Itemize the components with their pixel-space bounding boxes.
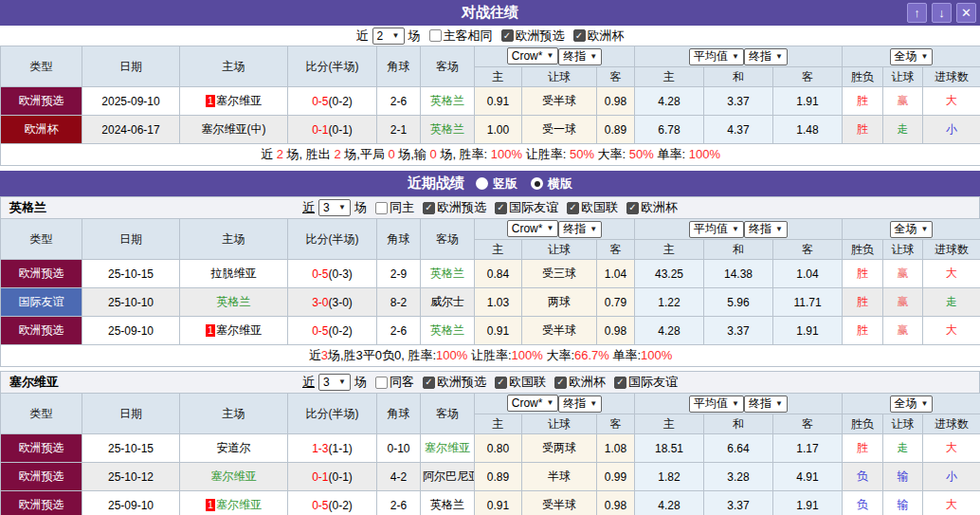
summary-segment: 0 — [430, 147, 437, 161]
match-type-cell: 欧洲杯 — [1, 116, 82, 144]
checkbox-label: 欧国联 — [509, 374, 546, 391]
dropdown-终指[interactable]: 终指▼ — [744, 221, 788, 238]
odds-cell: 0.98 — [597, 317, 635, 345]
dropdown-全场[interactable]: 全场▼ — [890, 48, 934, 65]
avg-odds-cell: 6.78 — [635, 116, 704, 144]
match-count-select[interactable]: 2▼ — [372, 28, 405, 45]
date-cell: 2024-06-17 — [82, 116, 180, 144]
radio-横版[interactable]: 横版 — [531, 175, 572, 193]
recent-sections: 英格兰近3▼场同主✓欧洲预选✓国际友谊✓欧国联✓欧洲杯类型日期主场比分(半场)角… — [0, 196, 980, 515]
chevron-down-icon: ▼ — [546, 52, 554, 60]
radio-unselected-icon — [476, 177, 488, 190]
checkbox-欧洲预选[interactable]: ✓欧洲预选 — [423, 374, 486, 391]
dropdown-全场[interactable]: 全场▼ — [890, 221, 934, 238]
away-team-cell: 英格兰 — [421, 116, 475, 144]
checkbox-欧洲杯[interactable]: ✓欧洲杯 — [573, 28, 625, 45]
checkbox-欧洲预选[interactable]: ✓欧洲预选 — [501, 28, 565, 45]
corner-cell: 2-6 — [377, 87, 421, 116]
checkbox-label: 欧洲杯 — [641, 199, 678, 216]
checkbox-label: 欧洲预选 — [437, 199, 486, 216]
window-controls: ↑↓✕ — [907, 3, 976, 23]
avg-odds-cell: 1.91 — [773, 317, 843, 345]
rank-badge: 1 — [206, 499, 215, 511]
checkbox-欧国联[interactable]: ✓欧国联 — [567, 199, 618, 216]
dropdown-终指[interactable]: 终指▼ — [744, 395, 788, 413]
scroll-up-button[interactable]: ↑ — [907, 3, 927, 23]
chevron-down-icon: ▼ — [590, 400, 597, 408]
header-row-groups: 类型日期主场比分(半场)角球客场Crow*▼终指▼平均值▼终指▼全场▼ — [1, 219, 980, 240]
date-cell: 25-10-10 — [82, 288, 180, 317]
dropdown-平均值[interactable]: 平均值▼ — [689, 395, 744, 413]
dropdown-value: 终指 — [749, 221, 771, 237]
checkbox-欧洲杯[interactable]: ✓欧洲杯 — [626, 199, 678, 216]
sub-column-header: 让球 — [522, 240, 597, 260]
match-type-cell: 欧洲预选 — [1, 491, 82, 515]
checkbox-同主[interactable]: 同主 — [375, 199, 414, 216]
odds-source-header: Crow*▼终指▼ — [475, 219, 635, 240]
date-cell: 25-10-12 — [82, 463, 180, 491]
checkbox-checked-icon: ✓ — [423, 202, 435, 214]
halftime-score: (0-2) — [329, 499, 353, 512]
odds-cell: 0.91 — [475, 87, 522, 116]
dropdown-value: Crow* — [512, 396, 543, 410]
sub-column-header: 进球数 — [923, 67, 980, 87]
dropdown-终指[interactable]: 终指▼ — [558, 48, 602, 65]
summary-segment: 100% — [436, 348, 467, 362]
checkbox-国际友谊[interactable]: ✓国际友谊 — [614, 374, 678, 391]
dropdown-平均值[interactable]: 平均值▼ — [689, 48, 744, 65]
avg-odds-cell: 1.17 — [773, 434, 843, 463]
dropdown-终指[interactable]: 终指▼ — [744, 48, 788, 65]
outcome-cell: 小 — [923, 116, 980, 144]
sub-column-header: 客 — [597, 67, 635, 87]
summary-row: 近 2 场, 胜出 2 场,平局 0 场,输 0 场, 胜率: 100% 让胜率… — [1, 144, 980, 166]
dropdown-value: 终指 — [563, 48, 586, 64]
fulltime-score: 0-5 — [312, 324, 328, 338]
odds-cell: 受两球 — [522, 434, 597, 463]
team-filter-controls: 近3▼场同客✓欧洲预选✓欧国联✓欧洲杯✓国际友谊 — [1, 374, 979, 391]
date-cell: 25-10-15 — [82, 434, 180, 463]
odds-cell: 受一球 — [522, 116, 597, 144]
dropdown-Crow*[interactable]: Crow*▼ — [507, 47, 559, 64]
odds-cell: 0.98 — [597, 87, 635, 116]
dropdown-终指[interactable]: 终指▼ — [558, 221, 602, 238]
dropdown-Crow*[interactable]: Crow*▼ — [507, 220, 559, 237]
avg-odds-cell: 14.38 — [704, 260, 773, 288]
column-header: 类型 — [1, 219, 82, 260]
match-count-select[interactable]: 3▼ — [318, 374, 351, 391]
checkbox-国际友谊[interactable]: ✓国际友谊 — [495, 199, 558, 216]
radio-竖版[interactable]: 竖版 — [476, 175, 517, 193]
recent-titlebar: 近期战绩 竖版横版 — [0, 171, 980, 196]
fulltime-score: 0-5 — [312, 267, 328, 281]
odds-cell: 受半球 — [522, 491, 597, 515]
checkbox-主客相同[interactable]: 主客相同 — [429, 28, 493, 45]
summary-segment: 近 — [309, 348, 321, 362]
scroll-down-button[interactable]: ↓ — [932, 3, 952, 23]
games-label: 场 — [408, 28, 421, 45]
chevron-down-icon: ▼ — [732, 53, 739, 61]
match-type-cell: 国际友谊 — [1, 288, 82, 317]
checkbox-欧国联[interactable]: ✓欧国联 — [495, 374, 546, 391]
table-row: 欧洲预选2025-09-101塞尔维亚0-5(0-2)2-6英格兰0.91受半球… — [1, 87, 980, 116]
outcome-cell: 输 — [883, 463, 923, 491]
checkbox-同客[interactable]: 同客 — [375, 374, 414, 391]
column-header: 比分(半场) — [288, 394, 377, 434]
dropdown-Crow*[interactable]: Crow*▼ — [507, 395, 559, 412]
match-type-cell: 欧洲预选 — [1, 260, 82, 288]
home-team-name: 安道尔 — [217, 441, 251, 454]
table-row: 欧洲预选25-10-12塞尔维亚0-1(0-1)4-2阿尔巴尼亚0.89半球0.… — [1, 463, 980, 491]
column-header: 主场 — [180, 46, 288, 87]
close-button[interactable]: ✕ — [956, 3, 976, 23]
near-label[interactable]: 近 — [302, 374, 315, 391]
dropdown-value: 终指 — [749, 395, 771, 412]
near-label[interactable]: 近 — [302, 199, 315, 216]
halftime-score: (3-0) — [329, 296, 353, 309]
dropdown-全场[interactable]: 全场▼ — [890, 395, 934, 413]
dropdown-终指[interactable]: 终指▼ — [558, 395, 602, 413]
away-team-cell: 阿尔巴尼亚 — [421, 463, 475, 491]
checkbox-欧洲预选[interactable]: ✓欧洲预选 — [423, 199, 486, 216]
match-count-select[interactable]: 3▼ — [318, 199, 351, 216]
checkbox-checked-icon: ✓ — [495, 202, 507, 214]
dropdown-平均值[interactable]: 平均值▼ — [689, 221, 744, 238]
checkbox-label: 欧洲杯 — [588, 28, 625, 45]
checkbox-欧洲杯[interactable]: ✓欧洲杯 — [554, 374, 606, 391]
